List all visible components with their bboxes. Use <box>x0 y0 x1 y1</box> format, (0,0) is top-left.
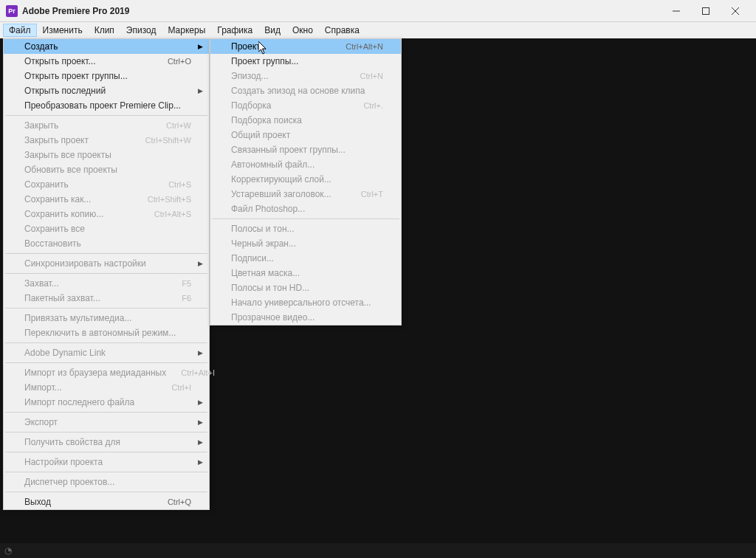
menubar-item[interactable]: Вид <box>258 24 286 37</box>
menu-item: Adobe Dynamic Link▶ <box>4 345 209 360</box>
menu-item-shortcut: Ctrl+S <box>168 180 191 189</box>
menubar-item[interactable]: Изменить <box>37 24 89 37</box>
menu-item-label: Экспорт <box>24 417 191 427</box>
menu-separator <box>5 472 207 472</box>
menu-separator <box>5 492 207 492</box>
menu-item[interactable]: Открыть проект группы... <box>4 69 209 83</box>
menu-item[interactable]: Открыть последний▶ <box>4 83 209 98</box>
menubar-item[interactable]: Клип <box>89 24 120 37</box>
menu-item: Полосы и тон... <box>210 221 401 236</box>
chevron-right-icon: ▶ <box>198 349 203 356</box>
close-button[interactable] <box>721 0 750 22</box>
menu-item: Файл Photoshop... <box>210 202 401 216</box>
statusbar: ◔ <box>0 543 756 558</box>
menu-separator <box>5 452 207 452</box>
menu-item-label: Синхронизировать настройки <box>24 258 191 269</box>
menu-separator <box>5 362 207 363</box>
menu-item: Захват...F5 <box>4 276 209 291</box>
menu-item-label: Устаревший заголовок... <box>231 189 346 199</box>
maximize-button[interactable] <box>691 0 721 22</box>
chevron-right-icon: ▶ <box>198 399 203 406</box>
menu-item-label: Сохранить все <box>24 224 191 234</box>
menu-item[interactable]: Проект группы... <box>210 54 401 69</box>
menu-separator <box>5 412 207 413</box>
menu-item-shortcut: Ctrl+Alt+S <box>154 210 191 218</box>
menu-item[interactable]: Открыть проект...Ctrl+O <box>4 54 209 69</box>
menu-separator <box>212 218 399 219</box>
menu-item-shortcut: F6 <box>182 294 191 303</box>
menu-item: Создать эпизод на основе клипа <box>210 83 401 98</box>
menu-item-label: Захват... <box>24 278 167 289</box>
menu-item[interactable]: Преобразовать проект Premiere Clip... <box>4 98 209 113</box>
menu-item-label: Пакетный захват... <box>24 293 167 303</box>
menu-item[interactable]: Создать▶ <box>4 39 209 54</box>
menubar-item[interactable]: Графика <box>211 24 258 37</box>
menubar-item[interactable]: Файл <box>3 24 37 37</box>
menu-item: Импорт из браузера медиаданныхCtrl+Alt+I <box>4 365 209 380</box>
menu-item-label: Импорт из браузера медиаданных <box>24 368 166 378</box>
menu-item: Синхронизировать настройки▶ <box>4 256 209 271</box>
menu-item: Импорт последнего файла▶ <box>4 395 209 410</box>
menu-item: Переключить в автономный режим... <box>4 326 209 340</box>
menu-item-label: Получить свойства для <box>24 437 191 447</box>
menu-item: Получить свойства для▶ <box>4 435 209 450</box>
menu-item-label: Закрыть <box>24 120 151 131</box>
minimize-button[interactable] <box>662 0 691 22</box>
menu-item-label: Автономный файл... <box>231 159 383 170</box>
menu-item: Эпизод...Ctrl+N <box>210 69 401 83</box>
menu-item: Обновить все проекты <box>4 162 209 177</box>
menubar-item[interactable]: Справка <box>319 24 365 37</box>
menu-item-shortcut: Ctrl+O <box>168 57 191 66</box>
menu-item: Диспетчер проектов... <box>4 475 209 489</box>
menu-item-label: Восстановить <box>24 238 191 249</box>
menu-item: Настройки проекта▶ <box>4 455 209 469</box>
menu-item-label: Закрыть проект <box>24 135 131 145</box>
menu-item-shortcut: Ctrl+Shift+W <box>145 136 191 145</box>
menu-item: СохранитьCtrl+S <box>4 177 209 192</box>
menu-item-label: Общий проект <box>231 130 383 140</box>
menu-item-label: Подборка поиска <box>231 115 383 125</box>
menu-item-shortcut: Ctrl+Alt+I <box>181 368 215 377</box>
menu-separator <box>5 273 207 274</box>
chevron-right-icon: ▶ <box>198 418 203 426</box>
menu-item-shortcut: Ctrl+N <box>360 72 383 80</box>
menu-item-label: Диспетчер проектов... <box>24 477 191 487</box>
menubar-item[interactable]: Маркеры <box>162 24 211 37</box>
file-menu: Создать▶Открыть проект...Ctrl+OОткрыть п… <box>3 38 210 510</box>
menu-item-label: Сохранить копию... <box>24 209 140 219</box>
menu-item-label: Создать эпизод на основе клипа <box>231 86 383 96</box>
menu-item-label: Открыть проект группы... <box>24 71 191 81</box>
menu-separator <box>5 115 207 116</box>
menu-item: Начало универсального отсчета... <box>210 295 401 310</box>
menubar-item[interactable]: Эпизод <box>120 24 162 37</box>
menu-item: Сохранить все <box>4 221 209 236</box>
menu-item-shortcut: Ctrl+T <box>361 190 383 199</box>
menubar-item[interactable]: Окно <box>286 24 319 37</box>
chevron-right-icon: ▶ <box>198 87 203 94</box>
menu-item-label: Открыть последний <box>24 86 191 96</box>
menu-item[interactable]: Проект...Ctrl+Alt+N <box>210 39 401 54</box>
menu-item[interactable]: ВыходCtrl+Q <box>4 495 209 509</box>
menu-item-label: Прозрачное видео... <box>231 312 383 323</box>
menu-item: Черный экран... <box>210 236 401 251</box>
menu-separator <box>5 342 207 343</box>
chevron-right-icon: ▶ <box>198 458 203 466</box>
menu-item-shortcut: Ctrl+Shift+S <box>148 195 191 204</box>
menu-item-label: Сохранить <box>24 179 154 190</box>
menu-item-label: Привязать мультимедиа... <box>24 313 191 323</box>
menu-item-label: Обновить все проекты <box>24 165 191 175</box>
menu-item-shortcut: Ctrl+I <box>171 383 191 392</box>
menu-item-label: Черный экран... <box>231 238 383 249</box>
titlebar: Pr Adobe Premiere Pro 2019 <box>0 0 756 22</box>
menu-item: Привязать мультимедиа... <box>4 311 209 326</box>
menu-separator <box>5 253 207 254</box>
menu-item-shortcut: Ctrl+Q <box>168 497 191 506</box>
menu-item: Общий проект <box>210 128 401 142</box>
menu-separator <box>5 432 207 433</box>
menu-item: ЗакрытьCtrl+W <box>4 118 209 133</box>
menu-item-shortcut: Ctrl+Alt+N <box>346 42 383 51</box>
menu-item: Устаревший заголовок...Ctrl+T <box>210 187 401 202</box>
menu-item-label: Проект группы... <box>231 56 383 66</box>
menu-item-label: Импорт последнего файла <box>24 397 191 407</box>
menu-item-label: Полосы и тон HD... <box>231 283 383 293</box>
